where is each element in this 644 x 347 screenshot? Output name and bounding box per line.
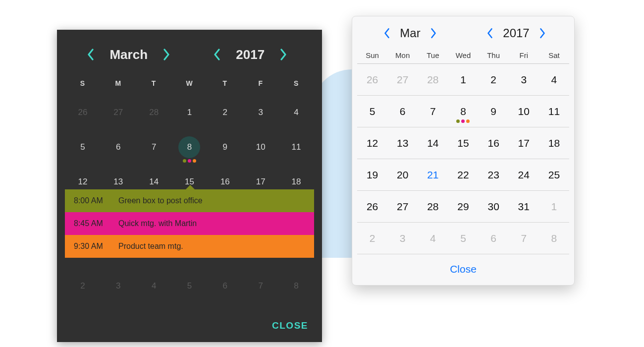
day-cell[interactable]: 6 bbox=[101, 130, 136, 165]
day-cell[interactable]: 6 bbox=[387, 96, 418, 127]
year-nav: 2017 bbox=[190, 45, 312, 64]
event-row[interactable]: 9:30 AMProduct team mtg. bbox=[65, 235, 314, 258]
day-cell[interactable]: 24 bbox=[509, 159, 539, 191]
day-cell[interactable]: 15 bbox=[448, 127, 478, 159]
day-number: 8 bbox=[187, 142, 192, 152]
day-cell[interactable]: 5 bbox=[448, 223, 478, 254]
day-cell[interactable]: 2 bbox=[65, 269, 101, 303]
day-cell[interactable]: 8 bbox=[278, 269, 314, 303]
day-cell[interactable]: 11 bbox=[539, 96, 569, 127]
day-cell[interactable]: 21 bbox=[418, 159, 448, 191]
day-number: 24 bbox=[518, 169, 530, 181]
day-cell[interactable]: 7 bbox=[509, 223, 539, 254]
day-cell[interactable]: 8 bbox=[172, 130, 208, 165]
day-cell[interactable]: 22 bbox=[448, 159, 478, 191]
day-number: 8 bbox=[460, 106, 466, 117]
day-number: 6 bbox=[223, 281, 227, 291]
next-year-button[interactable] bbox=[273, 45, 293, 64]
day-cell[interactable]: 26 bbox=[357, 191, 387, 223]
day-cell[interactable]: 2 bbox=[479, 64, 509, 96]
day-cell[interactable]: 2 bbox=[357, 223, 387, 254]
day-cell[interactable]: 7 bbox=[243, 269, 278, 303]
day-cell[interactable]: 9 bbox=[207, 130, 243, 165]
day-cell[interactable]: 8 bbox=[448, 96, 478, 127]
day-cell[interactable]: 27 bbox=[387, 191, 418, 223]
day-number: 17 bbox=[518, 137, 530, 149]
event-row[interactable]: 8:00 AMGreen box to post office bbox=[65, 189, 314, 212]
day-cell[interactable]: 5 bbox=[357, 96, 387, 127]
day-cell[interactable]: 1 bbox=[539, 191, 569, 223]
day-number: 15 bbox=[457, 137, 469, 149]
day-cell[interactable]: 10 bbox=[243, 130, 278, 165]
day-cell[interactable]: 6 bbox=[207, 269, 243, 303]
prev-month-button[interactable] bbox=[377, 23, 397, 43]
next-month-button[interactable] bbox=[424, 23, 443, 43]
day-number: 5 bbox=[460, 232, 466, 244]
day-cell[interactable]: 26 bbox=[65, 95, 101, 130]
day-cell[interactable]: 20 bbox=[387, 159, 418, 191]
prev-year-button[interactable] bbox=[207, 45, 227, 64]
day-number: 12 bbox=[78, 177, 87, 187]
day-cell[interactable]: 16 bbox=[479, 127, 509, 159]
day-number: 14 bbox=[427, 137, 438, 149]
prev-year-button[interactable] bbox=[480, 23, 500, 43]
day-cell[interactable]: 7 bbox=[136, 130, 172, 165]
day-cell[interactable]: 10 bbox=[509, 96, 539, 127]
day-cell[interactable]: 3 bbox=[243, 95, 278, 130]
day-cell[interactable]: 28 bbox=[136, 95, 172, 130]
day-cell[interactable]: 28 bbox=[418, 191, 448, 223]
day-number: 19 bbox=[367, 169, 378, 181]
day-number: 3 bbox=[521, 74, 527, 86]
day-cell[interactable]: 5 bbox=[172, 269, 208, 303]
day-number: 8 bbox=[551, 232, 557, 244]
day-cell[interactable]: 7 bbox=[418, 96, 448, 127]
day-cell[interactable]: 3 bbox=[509, 64, 539, 96]
day-cell[interactable]: 26 bbox=[357, 64, 387, 96]
day-cell[interactable]: 5 bbox=[65, 130, 101, 165]
day-number: 27 bbox=[397, 74, 408, 86]
day-cell[interactable]: 4 bbox=[136, 269, 172, 303]
weekday-label: Fri bbox=[509, 48, 539, 63]
day-cell[interactable]: 6 bbox=[479, 223, 509, 254]
day-number: 17 bbox=[256, 177, 266, 187]
day-cell[interactable]: 1 bbox=[172, 95, 208, 130]
day-cell[interactable]: 18 bbox=[539, 127, 569, 159]
event-dot-icon bbox=[456, 119, 460, 123]
day-cell[interactable]: 25 bbox=[539, 159, 569, 191]
day-cell[interactable]: 31 bbox=[509, 191, 539, 223]
day-cell[interactable]: 19 bbox=[357, 159, 387, 191]
prev-month-button[interactable] bbox=[81, 45, 101, 64]
weekday-label: Tue bbox=[418, 48, 448, 63]
next-month-button[interactable] bbox=[157, 45, 176, 64]
day-cell[interactable]: 29 bbox=[448, 191, 478, 223]
day-cell[interactable]: 12 bbox=[357, 127, 387, 159]
day-cell[interactable]: 4 bbox=[278, 95, 314, 130]
day-cell[interactable]: 30 bbox=[479, 191, 509, 223]
close-button[interactable]: Close bbox=[450, 263, 477, 275]
close-button[interactable]: CLOSE bbox=[272, 320, 308, 331]
day-cell[interactable]: 1 bbox=[448, 64, 478, 96]
day-cell[interactable]: 4 bbox=[418, 223, 448, 254]
day-number: 30 bbox=[487, 201, 499, 213]
next-year-button[interactable] bbox=[533, 23, 552, 43]
day-cell[interactable]: 13 bbox=[387, 127, 418, 159]
day-cell[interactable]: 11 bbox=[278, 130, 314, 165]
day-cell[interactable]: 9 bbox=[479, 96, 509, 127]
day-cell[interactable]: 27 bbox=[387, 64, 418, 96]
day-cell[interactable]: 17 bbox=[509, 127, 539, 159]
day-number: 1 bbox=[551, 201, 557, 213]
day-cell[interactable]: 28 bbox=[418, 64, 448, 96]
day-cell[interactable]: 27 bbox=[101, 95, 136, 130]
day-cell[interactable]: 23 bbox=[479, 159, 509, 191]
event-row[interactable]: 8:45 AMQuick mtg. with Martin bbox=[65, 212, 314, 235]
day-cell[interactable]: 3 bbox=[387, 223, 418, 254]
day-cell[interactable]: 4 bbox=[539, 64, 569, 96]
day-number: 5 bbox=[80, 142, 85, 152]
day-number: 28 bbox=[427, 74, 438, 86]
day-number: 27 bbox=[113, 108, 123, 117]
day-cell[interactable]: 2 bbox=[207, 95, 243, 130]
day-cell[interactable]: 3 bbox=[101, 269, 136, 303]
day-cell[interactable]: 8 bbox=[539, 223, 569, 254]
day-cell[interactable]: 14 bbox=[418, 127, 448, 159]
event-title: Product team mtg. bbox=[118, 242, 183, 251]
